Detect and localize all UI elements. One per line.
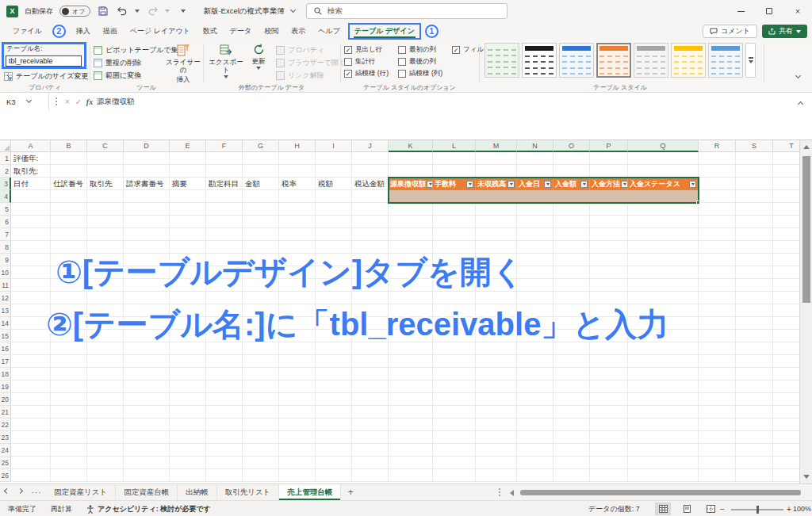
cell-F20[interactable] [206,393,243,406]
cell-G5[interactable] [243,203,279,216]
cell-J1[interactable] [352,152,389,165]
column-header-O[interactable]: O [553,140,590,152]
ribbon-tab-8[interactable]: ヘルプ [312,23,347,40]
table-header-cell-5[interactable]: 入金方法 [590,178,628,190]
cell-H22[interactable] [279,419,316,431]
cell-J26[interactable] [352,469,389,482]
sheet-list-button[interactable]: ··· [27,484,46,500]
ribbon-tab-0[interactable]: ファイル [6,23,48,40]
cell-E6[interactable] [170,216,206,228]
cell-C24[interactable] [87,444,124,457]
cell-R19[interactable] [699,380,736,393]
cell-I4[interactable] [316,190,352,203]
cell-G18[interactable] [243,368,279,380]
cell-R22[interactable] [699,419,736,431]
cell-G23[interactable] [243,431,279,444]
cell-R21[interactable] [699,406,736,419]
cell-Q22[interactable] [628,419,699,431]
cell-A6[interactable] [11,216,51,228]
cell-P7[interactable] [590,228,628,241]
cell-O7[interactable] [553,228,590,241]
cell-B24[interactable] [51,444,87,457]
column-header-Q[interactable]: Q [628,140,699,152]
cell-K24[interactable] [389,444,433,457]
cell-R11[interactable] [699,279,736,292]
row-header-7[interactable]: 7 [0,228,11,241]
ribbon-tab-1[interactable]: 挿入 [70,23,97,40]
cell-I1[interactable] [316,152,352,165]
cell-L5[interactable] [433,203,476,216]
column-header-M[interactable]: M [476,140,517,152]
sheet-tab-2[interactable]: 出納帳 [178,484,217,500]
cell-T9[interactable] [773,254,799,266]
cell-D22[interactable] [124,419,170,431]
cell-D4[interactable] [124,190,170,203]
cell-A17[interactable] [11,355,51,368]
cell-G4[interactable] [243,190,279,203]
row-header-20[interactable]: 20 [0,393,11,406]
cell-T25[interactable] [773,457,799,469]
page-layout-view-button[interactable] [679,503,695,515]
ribbon-tab-7[interactable]: 表示 [285,23,312,40]
cell-K6[interactable] [389,216,433,228]
resize-table-button[interactable]: テーブルのサイズ変更 [4,71,88,82]
cell-N19[interactable] [517,380,553,393]
cell-A21[interactable] [11,406,51,419]
cell-J7[interactable] [352,228,389,241]
cell-H21[interactable] [279,406,316,419]
cell-Q11[interactable] [628,279,699,292]
style-option-縞模様 (行)[interactable]: ✓縞模様 (行) [344,69,389,78]
cell-B18[interactable] [51,368,87,380]
cell-Q20[interactable] [628,393,699,406]
cell-N1[interactable] [517,152,553,165]
sheet-tab-1[interactable]: 固定資産台帳 [116,484,178,500]
cell-A22[interactable] [11,419,51,431]
cell-F22[interactable] [206,419,243,431]
cell-M23[interactable] [476,431,517,444]
cell-H7[interactable] [279,228,316,241]
cell-M19[interactable] [476,380,517,393]
cell-E18[interactable] [170,368,206,380]
cell-J4[interactable] [352,190,389,203]
name-box[interactable]: K3 [0,93,49,110]
cell-I17[interactable] [316,355,352,368]
cell-K23[interactable] [389,431,433,444]
cell-B17[interactable] [51,355,87,368]
cell-B26[interactable] [51,469,87,482]
cell-Q21[interactable] [628,406,699,419]
quick-access-customize-icon[interactable] [181,10,186,13]
insert-slicer-button[interactable]: スライサーの 挿入 [164,44,202,83]
cell-M25[interactable] [476,457,517,469]
cell-E17[interactable] [170,355,206,368]
cell-O1[interactable] [553,152,590,165]
cell-H5[interactable] [279,203,316,216]
cell-L23[interactable] [433,431,476,444]
cell-J24[interactable] [352,444,389,457]
row-header-9[interactable]: 9 [0,254,11,266]
cell-K1[interactable] [389,152,433,165]
maximize-button[interactable] [755,0,783,22]
filter-button[interactable] [544,181,551,188]
cell-I18[interactable] [316,368,352,380]
refresh-button[interactable]: 更新 [246,44,271,70]
table-header-cell-0[interactable]: 源泉徴収額 [389,178,433,190]
cell-S21[interactable] [736,406,773,419]
column-header-A[interactable]: A [11,140,51,152]
cell-H1[interactable] [279,152,316,165]
cell-D6[interactable] [124,216,170,228]
cell-T1[interactable] [773,152,799,165]
cell-S24[interactable] [736,444,773,457]
sheet-bar-kebab-icon[interactable] [499,488,500,496]
cell-K22[interactable] [389,419,433,431]
cell-M21[interactable] [476,406,517,419]
cell-A19[interactable] [11,380,51,393]
cell-R14[interactable] [699,317,736,330]
filter-button[interactable] [466,181,473,188]
cell-I22[interactable] [316,419,352,431]
ribbon-tab-9[interactable]: テーブル デザイン [348,23,421,40]
cell-J17[interactable] [352,355,389,368]
zoom-out-button[interactable]: − [720,501,725,516]
cell-A11[interactable] [11,279,51,292]
cell-B7[interactable] [51,228,87,241]
excel-app-icon[interactable]: X [6,6,18,17]
